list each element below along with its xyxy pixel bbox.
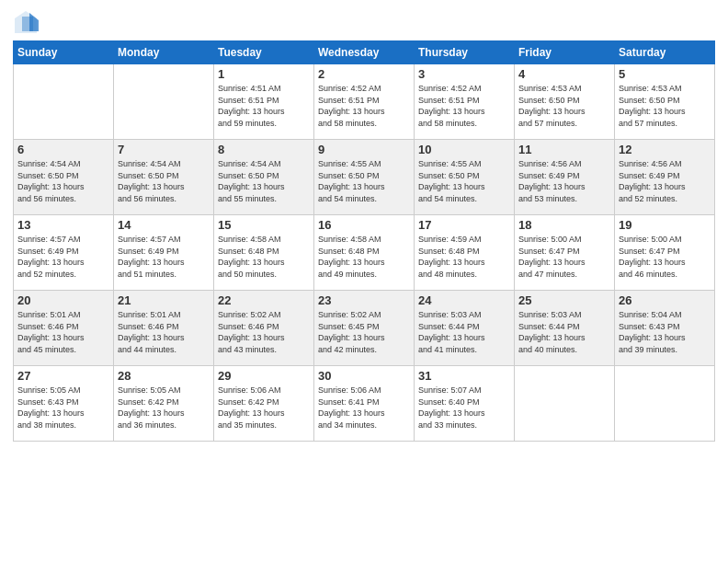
- cell-details: Sunrise: 4:54 AMSunset: 6:50 PMDaylight:…: [118, 158, 210, 204]
- cell-details: Sunrise: 4:54 AMSunset: 6:50 PMDaylight:…: [17, 158, 109, 204]
- cell-details: Sunrise: 4:54 AMSunset: 6:50 PMDaylight:…: [218, 158, 310, 204]
- calendar-cell: [14, 64, 114, 140]
- day-number: 2: [318, 67, 410, 81]
- day-number: 6: [17, 143, 109, 156]
- calendar: SundayMondayTuesdayWednesdayThursdayFrid…: [13, 40, 715, 442]
- day-number: 11: [518, 143, 610, 156]
- calendar-cell: 12Sunrise: 4:56 AMSunset: 6:49 PMDayligh…: [615, 140, 715, 215]
- day-number: 27: [17, 369, 109, 383]
- calendar-cell: [515, 366, 615, 442]
- day-number: 13: [17, 218, 109, 232]
- logo: [13, 9, 42, 35]
- calendar-cell: 25Sunrise: 5:03 AMSunset: 6:44 PMDayligh…: [515, 291, 615, 366]
- day-number: 12: [619, 143, 711, 156]
- cell-details: Sunrise: 5:07 AMSunset: 6:40 PMDaylight:…: [418, 385, 510, 431]
- cell-details: Sunrise: 5:03 AMSunset: 6:44 PMDaylight:…: [418, 309, 510, 355]
- calendar-cell: 4Sunrise: 4:53 AMSunset: 6:50 PMDaylight…: [515, 64, 615, 140]
- day-header-wednesday: Wednesday: [314, 41, 415, 64]
- calendar-cell: 30Sunrise: 5:06 AMSunset: 6:41 PMDayligh…: [314, 366, 415, 442]
- day-number: 14: [118, 218, 210, 232]
- calendar-cell: 16Sunrise: 4:58 AMSunset: 6:48 PMDayligh…: [314, 215, 415, 291]
- cell-details: Sunrise: 4:57 AMSunset: 6:49 PMDaylight:…: [118, 234, 210, 280]
- calendar-cell: 5Sunrise: 4:53 AMSunset: 6:50 PMDaylight…: [615, 64, 715, 140]
- cell-details: Sunrise: 5:01 AMSunset: 6:46 PMDaylight:…: [118, 309, 210, 355]
- day-number: 28: [118, 369, 210, 383]
- cell-details: Sunrise: 4:57 AMSunset: 6:49 PMDaylight:…: [17, 234, 109, 280]
- day-number: 3: [418, 67, 510, 81]
- day-number: 25: [518, 293, 610, 307]
- week-row-1: 1Sunrise: 4:51 AMSunset: 6:51 PMDaylight…: [14, 64, 715, 140]
- calendar-cell: [114, 64, 214, 140]
- calendar-cell: 14Sunrise: 4:57 AMSunset: 6:49 PMDayligh…: [114, 215, 214, 291]
- calendar-cell: [615, 366, 715, 442]
- logo-icon: [13, 9, 39, 35]
- day-number: 29: [218, 369, 310, 383]
- day-number: 16: [318, 218, 410, 232]
- cell-details: Sunrise: 5:03 AMSunset: 6:44 PMDaylight:…: [518, 309, 610, 355]
- day-number: 9: [318, 143, 410, 156]
- calendar-header-row: SundayMondayTuesdayWednesdayThursdayFrid…: [14, 41, 715, 64]
- day-number: 24: [418, 293, 510, 307]
- day-number: 7: [118, 143, 210, 156]
- day-header-sunday: Sunday: [14, 41, 114, 64]
- calendar-cell: 19Sunrise: 5:00 AMSunset: 6:47 PMDayligh…: [615, 215, 715, 291]
- day-number: 19: [619, 218, 711, 232]
- calendar-cell: 21Sunrise: 5:01 AMSunset: 6:46 PMDayligh…: [114, 291, 214, 366]
- day-number: 17: [418, 218, 510, 232]
- calendar-cell: 10Sunrise: 4:55 AMSunset: 6:50 PMDayligh…: [415, 140, 515, 215]
- day-header-tuesday: Tuesday: [214, 41, 314, 64]
- calendar-cell: 15Sunrise: 4:58 AMSunset: 6:48 PMDayligh…: [214, 215, 314, 291]
- day-header-friday: Friday: [515, 41, 615, 64]
- calendar-cell: 23Sunrise: 5:02 AMSunset: 6:45 PMDayligh…: [314, 291, 415, 366]
- day-number: 21: [118, 293, 210, 307]
- cell-details: Sunrise: 4:59 AMSunset: 6:48 PMDaylight:…: [418, 234, 510, 280]
- cell-details: Sunrise: 4:56 AMSunset: 6:49 PMDaylight:…: [518, 158, 610, 204]
- calendar-cell: 29Sunrise: 5:06 AMSunset: 6:42 PMDayligh…: [214, 366, 314, 442]
- cell-details: Sunrise: 5:01 AMSunset: 6:46 PMDaylight:…: [17, 309, 109, 355]
- week-row-5: 27Sunrise: 5:05 AMSunset: 6:43 PMDayligh…: [14, 366, 715, 442]
- calendar-cell: 8Sunrise: 4:54 AMSunset: 6:50 PMDaylight…: [214, 140, 314, 215]
- calendar-cell: 27Sunrise: 5:05 AMSunset: 6:43 PMDayligh…: [14, 366, 114, 442]
- cell-details: Sunrise: 4:53 AMSunset: 6:50 PMDaylight:…: [518, 83, 610, 129]
- cell-details: Sunrise: 4:56 AMSunset: 6:49 PMDaylight:…: [619, 158, 711, 204]
- day-number: 26: [619, 293, 711, 307]
- calendar-cell: 17Sunrise: 4:59 AMSunset: 6:48 PMDayligh…: [415, 215, 515, 291]
- week-row-4: 20Sunrise: 5:01 AMSunset: 6:46 PMDayligh…: [14, 291, 715, 366]
- cell-details: Sunrise: 5:05 AMSunset: 6:42 PMDaylight:…: [118, 385, 210, 431]
- day-number: 1: [218, 67, 310, 81]
- week-row-3: 13Sunrise: 4:57 AMSunset: 6:49 PMDayligh…: [14, 215, 715, 291]
- calendar-cell: 13Sunrise: 4:57 AMSunset: 6:49 PMDayligh…: [14, 215, 114, 291]
- cell-details: Sunrise: 5:00 AMSunset: 6:47 PMDaylight:…: [518, 234, 610, 280]
- day-header-monday: Monday: [114, 41, 214, 64]
- cell-details: Sunrise: 4:52 AMSunset: 6:51 PMDaylight:…: [318, 83, 410, 129]
- calendar-cell: 9Sunrise: 4:55 AMSunset: 6:50 PMDaylight…: [314, 140, 415, 215]
- day-number: 22: [218, 293, 310, 307]
- day-number: 23: [318, 293, 410, 307]
- day-number: 18: [518, 218, 610, 232]
- week-row-2: 6Sunrise: 4:54 AMSunset: 6:50 PMDaylight…: [14, 140, 715, 215]
- cell-details: Sunrise: 5:04 AMSunset: 6:43 PMDaylight:…: [619, 309, 711, 355]
- cell-details: Sunrise: 4:58 AMSunset: 6:48 PMDaylight:…: [318, 234, 410, 280]
- day-number: 4: [518, 67, 610, 81]
- cell-details: Sunrise: 4:51 AMSunset: 6:51 PMDaylight:…: [218, 83, 310, 129]
- calendar-cell: 26Sunrise: 5:04 AMSunset: 6:43 PMDayligh…: [615, 291, 715, 366]
- cell-details: Sunrise: 5:05 AMSunset: 6:43 PMDaylight:…: [17, 385, 109, 431]
- calendar-cell: 1Sunrise: 4:51 AMSunset: 6:51 PMDaylight…: [214, 64, 314, 140]
- cell-details: Sunrise: 4:55 AMSunset: 6:50 PMDaylight:…: [418, 158, 510, 204]
- cell-details: Sunrise: 5:02 AMSunset: 6:45 PMDaylight:…: [318, 309, 410, 355]
- calendar-cell: 6Sunrise: 4:54 AMSunset: 6:50 PMDaylight…: [14, 140, 114, 215]
- calendar-cell: 3Sunrise: 4:52 AMSunset: 6:51 PMDaylight…: [415, 64, 515, 140]
- cell-details: Sunrise: 5:02 AMSunset: 6:46 PMDaylight:…: [218, 309, 310, 355]
- cell-details: Sunrise: 4:55 AMSunset: 6:50 PMDaylight:…: [318, 158, 410, 204]
- day-number: 10: [418, 143, 510, 156]
- svg-marker-2: [22, 17, 33, 31]
- day-number: 30: [318, 369, 410, 383]
- page: SundayMondayTuesdayWednesdayThursdayFrid…: [0, 0, 728, 563]
- cell-details: Sunrise: 4:52 AMSunset: 6:51 PMDaylight:…: [418, 83, 510, 129]
- calendar-cell: 31Sunrise: 5:07 AMSunset: 6:40 PMDayligh…: [415, 366, 515, 442]
- calendar-cell: 24Sunrise: 5:03 AMSunset: 6:44 PMDayligh…: [415, 291, 515, 366]
- calendar-cell: 11Sunrise: 4:56 AMSunset: 6:49 PMDayligh…: [515, 140, 615, 215]
- cell-details: Sunrise: 5:06 AMSunset: 6:42 PMDaylight:…: [218, 385, 310, 431]
- day-header-thursday: Thursday: [415, 41, 515, 64]
- cell-details: Sunrise: 4:53 AMSunset: 6:50 PMDaylight:…: [619, 83, 711, 129]
